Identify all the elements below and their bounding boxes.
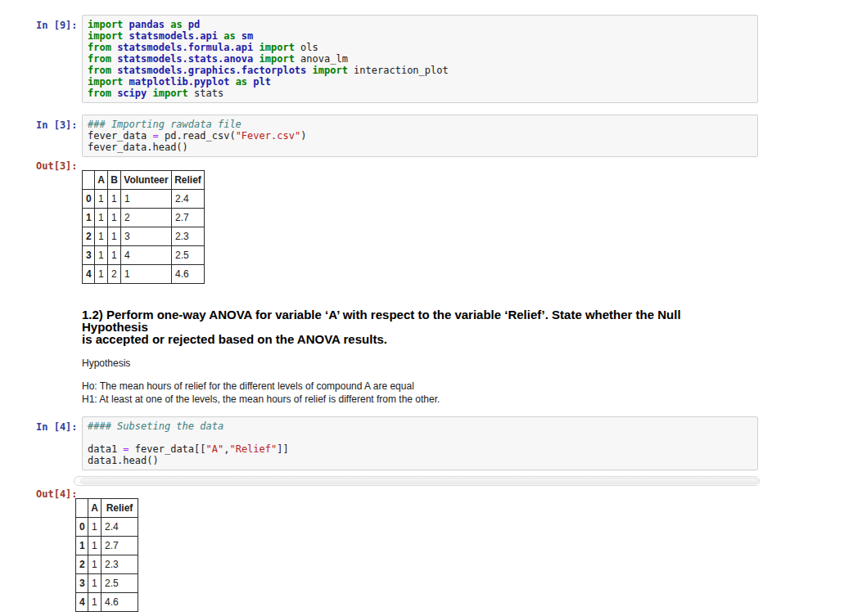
column-header: Relief xyxy=(172,171,205,190)
cell: 4 xyxy=(121,246,172,265)
hypothesis-label: Hypothesis xyxy=(82,357,747,369)
code-line: fever_data = pd.read_csv("Fever.csv") xyxy=(88,130,752,142)
input-prompt: In [4]: xyxy=(36,416,80,433)
code-content: #### Subseting the data data1 = fever_da… xyxy=(88,420,752,466)
null-hypothesis-text: Ho: The mean hours of relief for the dif… xyxy=(82,380,747,393)
code-line: import statsmodels.api as sm xyxy=(88,30,752,42)
horizontal-scrollbar[interactable] xyxy=(74,476,760,486)
code-content: ### Importing rawdata filefever_data = p… xyxy=(88,119,752,153)
table-row: 312.5 xyxy=(76,574,138,593)
output-cell-out4: Out[4]: ARelief012.4112.7212.3312.5414.6 xyxy=(36,488,862,612)
code-cell-subset: In [4]: #### Subseting the data data1 = … xyxy=(36,416,862,470)
row-index: 0 xyxy=(83,190,95,209)
dataframe-table: ABVolunteerRelief01112.411122.721132.331… xyxy=(82,170,205,284)
markdown-cell: 1.2) Perform one-way ANOVA for variable … xyxy=(36,308,862,406)
scrollbar-thumb[interactable] xyxy=(80,478,758,484)
column-header xyxy=(76,499,88,518)
cell: 2 xyxy=(121,209,172,227)
code-editor[interactable]: import pandas as pdimport statsmodels.ap… xyxy=(82,15,758,103)
column-header: Volunteer xyxy=(121,171,172,190)
cell: 1 xyxy=(108,227,121,246)
code-line: from statsmodels.formula.api import ols xyxy=(88,42,752,53)
table-row: 21132.3 xyxy=(83,227,205,246)
code-line: fever_data.head() xyxy=(88,142,752,153)
cell: 1 xyxy=(121,190,172,209)
code-editor[interactable]: #### Subseting the data data1 = fever_da… xyxy=(82,416,758,470)
row-index: 3 xyxy=(83,246,95,265)
row-index: 4 xyxy=(83,265,95,284)
table-row: 01112.4 xyxy=(83,190,205,209)
cell: 1 xyxy=(108,190,121,209)
table-row: 31142.5 xyxy=(83,246,205,265)
column-header: Relief xyxy=(102,499,138,518)
column-header xyxy=(83,171,95,190)
code-cell-load-csv: In [3]: ### Importing rawdata filefever_… xyxy=(36,115,862,157)
row-index: 4 xyxy=(76,593,88,612)
markdown-body: 1.2) Perform one-way ANOVA for variable … xyxy=(82,308,747,406)
row-index: 2 xyxy=(76,555,88,574)
cell: 1 xyxy=(95,190,108,209)
code-line: import pandas as pd xyxy=(88,19,752,30)
output-prompt: Out[3]: xyxy=(36,160,80,172)
dataframe-table: ARelief012.4112.7212.3312.5414.6 xyxy=(75,498,138,612)
cell: 1 xyxy=(88,574,102,593)
table-row: 112.7 xyxy=(76,537,138,555)
scrollbar-row xyxy=(74,476,862,486)
row-index: 3 xyxy=(76,574,88,593)
code-content: import pandas as pdimport statsmodels.ap… xyxy=(88,19,752,99)
code-line: from scipy import stats xyxy=(88,88,752,99)
table-row: 11122.7 xyxy=(83,209,205,227)
hypothesis-statements: Ho: The mean hours of relief for the dif… xyxy=(82,380,747,406)
code-editor[interactable]: ### Importing rawdata filefever_data = p… xyxy=(82,115,758,157)
cell: 4.6 xyxy=(172,265,205,284)
output-area: ARelief012.4112.7212.3312.5414.6 xyxy=(75,498,138,612)
code-line: data1 = fever_data[["A","Relief"]] xyxy=(88,443,752,455)
notebook: In [9]: import pandas as pdimport statsm… xyxy=(0,0,862,612)
cell: 1 xyxy=(121,265,172,284)
column-header: A xyxy=(88,499,102,518)
table-row: 41214.6 xyxy=(83,265,205,284)
cell: 1 xyxy=(95,265,108,284)
heading-line: 1.2) Perform one-way ANOVA for variable … xyxy=(82,308,747,333)
column-header: A xyxy=(95,171,108,190)
input-prompt: In [9]: xyxy=(36,15,80,31)
cell: 1 xyxy=(108,246,121,265)
code-line: from statsmodels.graphics.factorplots im… xyxy=(88,65,752,76)
table-row: 212.3 xyxy=(76,555,138,574)
output-cell-out3: Out[3]: ABVolunteerRelief01112.411122.72… xyxy=(36,160,862,284)
table-row: 012.4 xyxy=(76,518,138,537)
cell: 2.5 xyxy=(102,574,138,593)
row-index: 1 xyxy=(76,537,88,555)
code-line: #### Subseting the data xyxy=(88,420,752,432)
code-line: import matplotlib.pyplot as plt xyxy=(88,76,752,88)
cell: 1 xyxy=(95,246,108,265)
code-line: data1.head() xyxy=(88,455,752,466)
cell: 1 xyxy=(88,555,102,574)
output-area: ABVolunteerRelief01112.411122.721132.331… xyxy=(82,170,205,284)
cell: 2.7 xyxy=(172,209,205,227)
cell: 3 xyxy=(121,227,172,246)
row-index: 0 xyxy=(76,518,88,537)
cell: 1 xyxy=(108,209,121,227)
cell: 2.3 xyxy=(172,227,205,246)
heading-line: is accepted or rejected based on the ANO… xyxy=(82,333,747,345)
code-line xyxy=(88,432,752,443)
cell: 1 xyxy=(88,593,102,612)
output-prompt: Out[4]: xyxy=(36,488,80,500)
code-line: ### Importing rawdata file xyxy=(88,119,752,130)
cell: 1 xyxy=(95,227,108,246)
code-line: from statsmodels.stats.anova import anov… xyxy=(88,53,752,65)
cell: 2.5 xyxy=(172,246,205,265)
section-heading: 1.2) Perform one-way ANOVA for variable … xyxy=(82,308,747,345)
cell: 2.4 xyxy=(172,190,205,209)
column-header: B xyxy=(108,171,121,190)
cell: 2.7 xyxy=(102,537,138,555)
cell: 1 xyxy=(88,518,102,537)
code-cell-imports: In [9]: import pandas as pdimport statsm… xyxy=(36,15,862,103)
alt-hypothesis-text: H1: At least at one of the levels, the m… xyxy=(82,393,747,406)
cell: 2.4 xyxy=(102,518,138,537)
row-index: 2 xyxy=(83,227,95,246)
header-row: ABVolunteerRelief xyxy=(83,171,205,190)
row-index: 1 xyxy=(83,209,95,227)
cell: 1 xyxy=(95,209,108,227)
